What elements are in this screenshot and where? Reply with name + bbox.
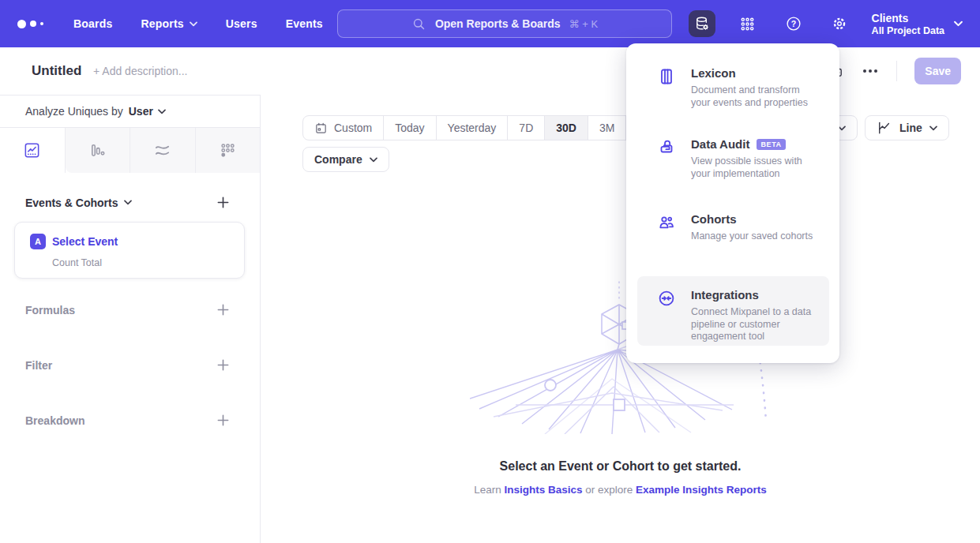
empty-state-heading: Select an Event or Cohort to get started… [261,459,980,474]
chart-type-dropdown[interactable]: Line [865,115,949,140]
formulas-label: Formulas [25,304,75,316]
beta-badge: BETA [757,139,785,150]
search-placeholder: Open Reports & Boards [435,17,561,30]
nav-item-label: Reports [141,17,183,30]
nav-item-boards[interactable]: Boards [73,17,112,30]
breakdown-section: Breakdown [0,412,260,429]
data-management-menu: Lexicon Document and transform your even… [626,43,839,363]
menu-item-description: Connect Mixpanel to a data pipeline or c… [691,306,821,343]
nav-item-events[interactable]: Events [286,17,323,30]
tab-insights-line-chart[interactable] [0,128,66,173]
divider [896,61,897,81]
settings-button[interactable] [826,10,853,37]
date-range-label: 7D [519,122,533,134]
nav-item-label: Users [226,17,257,30]
help-button[interactable]: ? [780,10,807,37]
chevron-down-icon [370,157,377,163]
date-range-7d[interactable]: 7D [508,116,545,140]
nav-item-label: Events [286,17,323,30]
date-range-today[interactable]: Today [384,116,436,140]
tab-bar-chart[interactable] [66,128,131,173]
gear-icon [831,15,848,32]
menu-item-integrations[interactable]: Integrations Connect Mixpanel to a data … [637,276,829,346]
formulas-section: Formulas [0,301,260,318]
menu-item-title: Cohorts [691,212,813,227]
menu-item-title: Lexicon [691,66,821,81]
menu-item-description: View possible issues with your implement… [691,155,821,180]
tab-flow-chart[interactable] [130,128,196,173]
search-shortcut: ⌘ + K [569,18,599,30]
menu-item-description: Manage your saved cohorts [691,230,813,243]
plus-icon [216,196,230,209]
plus-icon [216,414,230,427]
data-management-button[interactable] [689,10,715,37]
select-event-label[interactable]: Select Event [52,235,118,248]
add-breakdown-button[interactable] [215,412,231,429]
lexicon-book-icon [657,67,676,86]
event-series-badge: A [30,234,46,249]
save-button[interactable]: Save [914,58,961,84]
line-chart-tab-icon [23,141,41,159]
more-options-button[interactable] [862,66,879,76]
svg-text:?: ? [790,19,795,28]
insights-basics-link[interactable]: Insights Basics [504,484,582,496]
filter-section: Filter [0,357,260,373]
flow-tab-icon [153,141,171,159]
menu-item-description: Document and transform your events and p… [691,84,821,109]
chart-type-label: Line [899,122,922,134]
example-insights-reports-link[interactable]: Example Insights Reports [636,484,767,496]
mixpanel-insights-app: Boards Reports Users Events Open Reports… [0,0,980,543]
search-input[interactable]: Open Reports & Boards ⌘ + K [337,9,672,38]
or-explore-text: or explore [582,484,636,496]
breakdown-label: Breakdown [25,414,84,427]
add-formula-button[interactable] [215,301,231,318]
menu-item-title: Data Audit [691,137,749,152]
menu-item-cohorts[interactable]: Cohorts Manage your saved cohorts [637,212,829,253]
analyze-row: Analyze Uniques by User [0,95,260,128]
compare-dropdown[interactable]: Compare [302,147,389,172]
chevron-down-icon [158,109,166,114]
grid-9-icon [739,16,756,32]
date-range-label: 3M [599,122,614,134]
menu-item-data-audit[interactable]: Data Audit BETA View possible issues wit… [637,137,829,193]
nav-item-reports[interactable]: Reports [141,17,197,30]
date-range-3m[interactable]: 3M [588,116,626,140]
apps-menu-button[interactable] [734,10,761,37]
count-type-label[interactable]: Count Total [52,257,102,268]
chevron-down-icon [190,21,197,27]
integrations-sync-icon [657,289,676,308]
project-scope: All Project Data [872,25,944,37]
add-description-field[interactable]: + Add description... [93,65,187,77]
query-builder-sidebar: Analyze Uniques by User [0,95,261,543]
date-range-yesterday[interactable]: Yesterday [437,116,509,140]
add-filter-button[interactable] [215,357,231,373]
filter-label: Filter [25,359,52,372]
tab-metrics[interactable] [196,128,261,173]
search-icon [411,17,426,32]
date-range-picker: Custom Today Yesterday 7D 30D 3M 6M [302,115,665,140]
compare-label: Compare [314,153,362,166]
database-gear-icon [693,15,711,32]
date-range-label: Today [395,122,424,134]
plus-icon [216,303,230,316]
chevron-down-icon [124,200,132,205]
report-title[interactable]: Untitled [32,63,81,79]
add-event-button[interactable] [215,194,231,211]
learn-prefix: Learn [474,484,504,496]
question-circle-icon: ? [785,15,802,32]
analyze-by-dropdown[interactable]: User [129,105,166,118]
select-event-card[interactable]: A Select Event Count Total [14,222,245,279]
metrics-tab-icon [219,141,237,159]
menu-item-lexicon[interactable]: Lexicon Document and transform your even… [637,66,829,118]
nav-item-users[interactable]: Users [226,17,257,30]
date-range-label: 30D [556,122,576,134]
calendar-icon [314,122,328,135]
analyze-label: Analyze Uniques by [25,105,123,118]
chart-type-tabs [0,128,260,173]
project-switcher[interactable]: Clients All Project Data [872,11,963,37]
date-range-custom[interactable]: Custom [303,116,384,140]
events-cohorts-dropdown[interactable]: Events & Cohorts [25,197,132,209]
date-range-30d[interactable]: 30D [545,116,588,140]
project-name: Clients [872,11,944,25]
mixpanel-logo[interactable] [17,20,43,28]
